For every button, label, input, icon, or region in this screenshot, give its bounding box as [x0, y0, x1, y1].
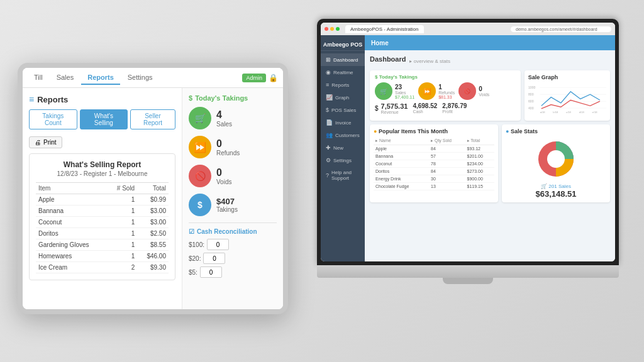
popular-items-title: ● Popular Items This Month	[374, 128, 494, 134]
sales-circle: 🛒	[189, 107, 211, 129]
tablet-device: Till Sales Reports Settings Admin 🔒 Repo…	[18, 63, 288, 314]
sidebar-item-graph[interactable]: 📈 Graph	[321, 91, 365, 104]
takings-count-btn[interactable]: Takings Count	[29, 109, 77, 129]
pop-item-name: Coconut	[374, 160, 429, 168]
page-title: Dashboard	[370, 55, 406, 63]
seller-report-btn[interactable]: Seller Report	[130, 109, 175, 129]
cash-100-input[interactable]	[207, 239, 229, 250]
print-icon: 🖨	[35, 139, 41, 146]
pie-chart-svg	[534, 137, 578, 181]
svg-text:800: 800	[528, 93, 534, 96]
sidebar-item-dashboard[interactable]: ⊞ Dashboard	[321, 53, 365, 66]
cash-row-20: $20:	[189, 253, 277, 264]
browser-close-dot[interactable]	[325, 27, 328, 31]
cash-label: Cash	[413, 109, 437, 114]
sale-stats-card: ● Sale Stats	[502, 124, 610, 202]
pop-item-qty: 78	[429, 160, 465, 168]
table-row: Apple 1 $0.99	[36, 194, 169, 206]
reports-title: Reports	[29, 94, 175, 104]
todays-takings-card: $ Today's Takings 🛒	[370, 70, 521, 121]
pop-item-total: $201.00	[465, 153, 494, 160]
cash-amount: 4,698.52	[413, 102, 437, 109]
sale-graph-title: Sale Graph	[528, 74, 606, 80]
pop-item-name: Bannana	[374, 153, 429, 160]
takings-card-title: $ Today's Takings	[375, 74, 516, 80]
takings-stats-row: 🛒 23 Sales $7,400.11	[375, 82, 516, 100]
item-sold: 2	[108, 262, 137, 273]
list-item: Chocolate Fudge 13 $119.15	[374, 183, 494, 190]
tab-reports[interactable]: Reports	[81, 71, 120, 85]
print-button[interactable]: 🖨 Print	[29, 136, 62, 148]
sidebar-item-invoice[interactable]: 📄 Invoice	[321, 116, 365, 129]
tablet-content: Reports Takings Count What's Selling Sel…	[23, 88, 283, 309]
laptop-sales-circle: 🛒	[375, 82, 392, 100]
report-table: Item # Sold Total Apple 1 $0.99 Bannana …	[36, 182, 169, 273]
pop-item-total: $273.00	[465, 168, 494, 175]
cash-20-input[interactable]	[203, 253, 225, 264]
graph-label: Graph	[335, 95, 349, 101]
item-name: Coconut	[36, 217, 108, 228]
realtime-icon: ◉	[326, 69, 331, 75]
svg-text:600: 600	[528, 100, 534, 103]
print-label: Print	[43, 139, 57, 146]
settings-label: Settings	[333, 158, 352, 163]
laptop-voids-circle: 🚫	[458, 82, 476, 100]
total-amount: $407	[216, 197, 238, 206]
sidebar-item-realtime[interactable]: ◉ Realtime	[321, 66, 365, 79]
item-name: Apple	[36, 194, 108, 206]
sidebar-item-settings[interactable]: ⚙ Settings	[321, 154, 365, 167]
app-header: Home	[365, 35, 615, 50]
pos-label: POS Sales	[331, 107, 356, 113]
tab-settings[interactable]: Settings	[121, 71, 159, 85]
total-info: $407 Takings	[216, 197, 238, 213]
header-title: Home	[371, 40, 389, 47]
browser-minimize-dot[interactable]	[330, 27, 334, 31]
browser-tab[interactable]: AmbeegoPOS - Administration	[345, 25, 424, 33]
dollar-icon: $	[189, 94, 192, 102]
browser-maximize-dot[interactable]	[336, 27, 340, 31]
col-name: ▸ Name	[374, 137, 429, 145]
item-name: Homewares	[36, 251, 108, 262]
settings-icon: ⚙	[326, 157, 331, 163]
laptop-sales-stat: 🛒 23 Sales $7,400.11	[375, 82, 414, 100]
item-sold: 1	[108, 206, 137, 217]
new-icon: ✚	[326, 145, 331, 151]
total-label: Takings	[216, 206, 238, 213]
sidebar-item-new[interactable]: ✚ New	[321, 141, 365, 154]
whats-selling-btn[interactable]: What's Selling	[80, 109, 128, 129]
takings-total: $ $407 Takings	[189, 194, 277, 216]
graph-icon: 📈	[326, 94, 333, 101]
top-stats-row: $ Today's Takings 🛒	[370, 70, 610, 121]
item-sold: 1	[108, 228, 137, 239]
item-total: $9.30	[137, 262, 169, 273]
sale-graph-svg: 1000 800 600 400	[528, 83, 606, 114]
sale-total-amount: $63,148.51	[506, 189, 606, 199]
admin-badge: Admin	[242, 74, 266, 82]
item-total: $46.00	[137, 251, 169, 262]
sidebar-item-reports[interactable]: ≡ Reports	[321, 79, 365, 91]
cash-5-input[interactable]	[200, 266, 222, 278]
list-item: Coconut 78 $234.00	[374, 160, 494, 168]
item-total: $0.99	[137, 194, 169, 206]
list-item: Doritos 84 $273.00	[374, 168, 494, 175]
tab-till[interactable]: Till	[28, 71, 49, 85]
laptop-voids-stat: 🚫 0 Voids	[458, 82, 489, 100]
sidebar-item-customers[interactable]: 👥 Customers	[321, 129, 365, 141]
pop-item-total: $93.12	[465, 145, 494, 153]
address-bar[interactable]: demo.ambeegos.com/ameet/#/dashboard	[511, 26, 611, 32]
tab-sales[interactable]: Sales	[50, 71, 80, 85]
laptop-voids-info: 0 Voids	[479, 85, 489, 97]
check-icon: ☑	[189, 228, 194, 235]
svg-point-14	[547, 150, 565, 168]
pop-item-qty: 84	[429, 168, 465, 175]
voids-circle: 🚫	[189, 165, 211, 187]
table-row: Gardening Gloves 1 $8.55	[36, 239, 169, 251]
takings-refunds: ⏩ 0 Refunds	[189, 136, 277, 158]
browser-chrome: AmbeegoPOS - Administration demo.ambeego…	[321, 23, 615, 35]
breadcrumb: ▸ overview & stats	[409, 58, 450, 64]
col-sold: # Sold	[108, 183, 137, 194]
laptop-sales-amount: $7,400.11	[395, 95, 414, 99]
sidebar-item-help[interactable]: ? Help and Support	[321, 167, 365, 184]
sidebar-item-pos-sales[interactable]: $ POS Sales	[321, 104, 365, 116]
item-sold: 1	[108, 194, 137, 206]
